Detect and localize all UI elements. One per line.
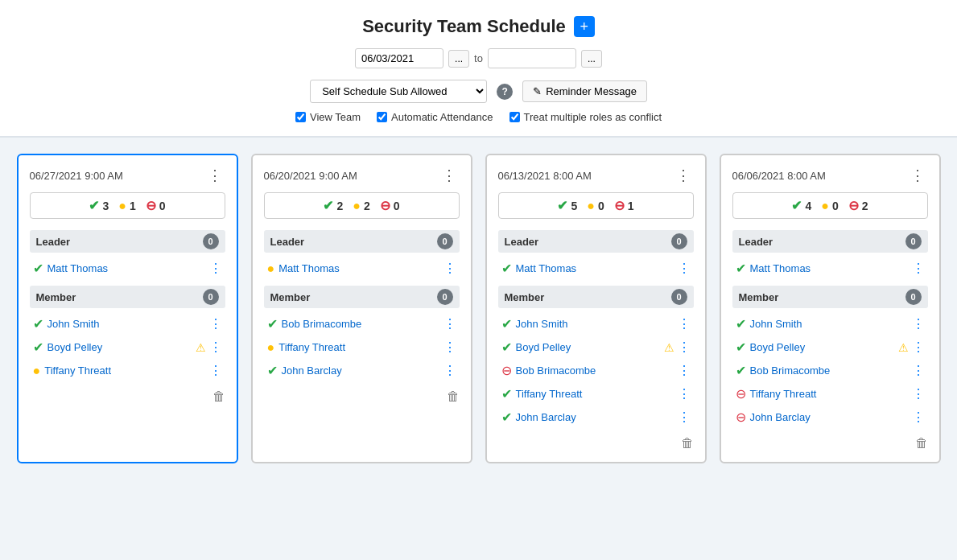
section-1-1: Member 0 ✔ Bob Brimacombe ⋮ ● Tiffany xyxy=(264,286,460,381)
date-to-picker-button[interactable]: ... xyxy=(581,50,602,68)
section-badge-3-0: 0 xyxy=(905,233,922,249)
date-from-input[interactable] xyxy=(355,48,443,68)
help-icon[interactable]: ? xyxy=(497,84,513,100)
checkbox-1[interactable] xyxy=(377,112,387,122)
checkbox-0[interactable] xyxy=(295,112,306,122)
delete-icon-2[interactable]: 🗑 xyxy=(681,436,694,451)
check-icon: ✔ xyxy=(501,386,512,401)
card-menu-icon-0[interactable]: ⋮ xyxy=(204,167,225,184)
member-icons-0-1-0: ⋮ xyxy=(209,316,222,331)
checkbox-label-0[interactable]: View Team xyxy=(295,111,361,123)
section-badge-0-0: 0 xyxy=(203,233,219,249)
member-menu-icon[interactable]: ⋮ xyxy=(443,340,456,355)
schedule-card-1: 06/20/2021 9:00 AM ⋮ ✔ 2 ● 2 ⊖ 0 xyxy=(251,154,472,463)
member-menu-icon[interactable]: ⋮ xyxy=(443,261,456,276)
member-menu-icon[interactable]: ⋮ xyxy=(912,386,925,401)
section-title-1-1: Member xyxy=(270,291,311,303)
member-icons-3-0-0: ⋮ xyxy=(912,261,925,276)
card-footer-3: 🗑 xyxy=(732,436,928,451)
member-name: John Smith xyxy=(47,318,100,330)
reminder-message-button[interactable]: ✎ Reminder Message xyxy=(522,80,647,102)
member-row-2-1-2: ⊖ Bob Brimacombe ⋮ xyxy=(498,360,694,381)
member-left-3-1-2: ✔ Bob Brimacombe xyxy=(736,363,831,378)
member-icons-0-0-0: ⋮ xyxy=(209,261,222,276)
date-from-picker-button[interactable]: ... xyxy=(448,50,469,68)
member-name: Bob Brimacombe xyxy=(750,364,831,377)
member-menu-icon[interactable]: ⋮ xyxy=(209,363,222,378)
check-icon: ✔ xyxy=(736,363,746,378)
member-icons-3-1-1: ⚠ ⋮ xyxy=(898,340,925,355)
delete-icon-1[interactable]: 🗑 xyxy=(447,389,460,404)
stats-box-2: ✔ 5 ● 0 ⊖ 1 xyxy=(498,192,694,219)
stats-box-3: ✔ 4 ● 0 ⊖ 2 xyxy=(732,192,928,219)
card-menu-icon-1[interactable]: ⋮ xyxy=(439,167,460,184)
checkbox-2[interactable] xyxy=(509,112,520,122)
section-2-1: Member 0 ✔ John Smith ⋮ ✔ Boyd Pelley xyxy=(498,286,694,428)
minus-icon: ⊖ xyxy=(736,410,746,425)
checkboxes-row: View TeamAutomatic AttendanceTreat multi… xyxy=(0,111,957,123)
member-menu-icon[interactable]: ⋮ xyxy=(912,316,925,331)
member-menu-icon[interactable]: ⋮ xyxy=(912,410,925,425)
stat-check-0: ✔ 3 xyxy=(89,198,109,213)
member-menu-icon[interactable]: ⋮ xyxy=(912,363,925,378)
member-row-3-1-3: ⊖ Tiffany Threatt ⋮ xyxy=(732,383,928,405)
member-icons-1-1-0: ⋮ xyxy=(443,316,456,331)
member-menu-icon[interactable]: ⋮ xyxy=(678,316,691,331)
member-name: Bob Brimacombe xyxy=(516,364,596,377)
member-name: John Smith xyxy=(750,318,802,330)
date-to-input[interactable] xyxy=(488,48,576,68)
member-menu-icon[interactable]: ⋮ xyxy=(912,261,925,276)
section-title-0-0: Leader xyxy=(36,236,71,248)
member-left-0-1-2: ● Tiffany Threatt xyxy=(33,364,112,378)
stat-question-2: ● 0 xyxy=(587,199,604,213)
section-title-3-0: Leader xyxy=(739,236,773,248)
member-menu-icon[interactable]: ⋮ xyxy=(678,363,691,378)
member-menu-icon[interactable]: ⋮ xyxy=(678,410,691,425)
member-menu-icon[interactable]: ⋮ xyxy=(678,340,691,355)
section-title-2-1: Member xyxy=(505,291,545,303)
member-menu-icon[interactable]: ⋮ xyxy=(209,340,222,355)
section-header-1-1: Member 0 xyxy=(264,286,460,308)
card-menu-icon-3[interactable]: ⋮ xyxy=(907,167,928,184)
checkbox-label-1[interactable]: Automatic Attendance xyxy=(377,111,493,123)
section-header-3-0: Leader 0 xyxy=(732,230,928,253)
member-menu-icon[interactable]: ⋮ xyxy=(443,316,456,331)
member-menu-icon[interactable]: ⋮ xyxy=(678,261,691,276)
card-footer-0: 🗑 xyxy=(30,389,225,404)
section-header-1-0: Leader 0 xyxy=(264,230,460,253)
section-header-0-0: Leader 0 xyxy=(30,230,225,253)
member-menu-icon[interactable]: ⋮ xyxy=(443,363,456,378)
card-footer-2: 🗑 xyxy=(498,436,694,451)
stat-question-1: ● 2 xyxy=(353,199,369,213)
member-row-3-1-4: ⊖ John Barclay ⋮ xyxy=(732,406,928,428)
member-left-2-1-1: ✔ Boyd Pelley xyxy=(501,340,571,355)
member-left-3-0-0: ✔ Matt Thomas xyxy=(736,261,811,276)
card-date-0: 06/27/2021 9:00 AM xyxy=(30,170,123,182)
schedule-type-select[interactable]: Self Schedule Sub AllowedSelf ScheduleFo… xyxy=(310,80,487,103)
stat-check-1: ✔ 2 xyxy=(323,198,343,213)
delete-icon-3[interactable]: 🗑 xyxy=(915,436,928,451)
card-menu-icon-2[interactable]: ⋮ xyxy=(673,167,694,184)
stat-minus-1: ⊖ 0 xyxy=(380,198,400,213)
member-menu-icon[interactable]: ⋮ xyxy=(678,386,691,401)
schedule-card-2: 06/13/2021 8:00 AM ⋮ ✔ 5 ● 0 ⊖ 1 xyxy=(485,154,707,463)
member-icons-2-1-0: ⋮ xyxy=(678,316,691,331)
card-header-2: 06/13/2021 8:00 AM ⋮ xyxy=(498,167,694,184)
member-icons-2-1-2: ⋮ xyxy=(678,363,691,378)
stat-minus-2: ⊖ 1 xyxy=(614,198,634,213)
member-icons-3-1-2: ⋮ xyxy=(912,363,925,378)
page-title: Security Team Schedule xyxy=(362,16,566,37)
checkbox-label-2[interactable]: Treat multiple roles as conflict xyxy=(509,111,662,123)
card-header-0: 06/27/2021 9:00 AM ⋮ xyxy=(30,167,225,184)
delete-icon-0[interactable]: 🗑 xyxy=(212,389,225,404)
member-row-0-1-1: ✔ Boyd Pelley ⚠ ⋮ xyxy=(30,336,225,358)
member-row-3-1-2: ✔ Bob Brimacombe ⋮ xyxy=(732,360,928,381)
check-icon: ✔ xyxy=(501,340,512,355)
member-menu-icon[interactable]: ⋮ xyxy=(209,316,222,331)
member-menu-icon[interactable]: ⋮ xyxy=(209,261,222,276)
member-name: Boyd Pelley xyxy=(750,341,806,353)
section-header-2-0: Leader 0 xyxy=(498,230,694,253)
add-schedule-button[interactable]: + xyxy=(574,16,595,37)
check-icon: ✔ xyxy=(501,316,512,331)
member-menu-icon[interactable]: ⋮ xyxy=(912,340,925,355)
